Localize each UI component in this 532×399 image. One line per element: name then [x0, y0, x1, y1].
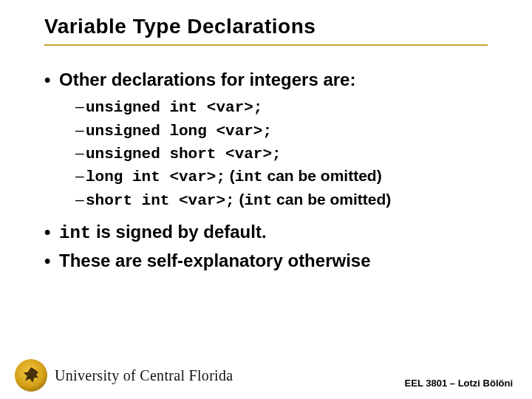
- pegasus-icon: [15, 359, 47, 392]
- note-prefix: (: [235, 191, 245, 208]
- title-underline: [44, 44, 488, 46]
- code-text: unsigned short <var>;: [86, 146, 282, 163]
- bullet-text: These are self-explanatory otherwise: [59, 250, 371, 270]
- code-int: int: [59, 223, 91, 243]
- slide-title: Variable Type Declarations: [44, 15, 502, 38]
- code-text: unsigned long <var>;: [86, 123, 272, 140]
- code-text: long int <var>;: [86, 168, 225, 185]
- sub-item: short int <var>; (int can be omitted): [75, 188, 502, 211]
- note-code: int: [244, 192, 272, 209]
- bullet-int-signed: int is signed by default.: [44, 220, 502, 245]
- note-prefix: (: [225, 167, 235, 184]
- bullet-text: Other declarations for integers are:: [59, 69, 355, 89]
- note-text: (int can be omitted): [225, 167, 382, 184]
- code-text: short int <var>;: [86, 192, 235, 209]
- university-name: University of Central Florida: [55, 367, 233, 384]
- note-suffix: can be omitted): [263, 167, 382, 184]
- bullet-other-declarations: Other declarations for integers are: uns…: [44, 68, 502, 211]
- sub-item: unsigned long <var>;: [75, 119, 502, 142]
- note-code: int: [235, 168, 263, 185]
- code-text: unsigned int <var>;: [86, 99, 262, 116]
- sub-item: unsigned short <var>;: [75, 142, 502, 165]
- note-suffix: can be omitted): [272, 191, 391, 208]
- sub-item: long int <var>; (int can be omitted): [75, 165, 502, 188]
- footer-text: EEL 3801 – Lotzi Bölöni: [405, 378, 513, 389]
- logo-area: University of Central Florida: [15, 359, 233, 392]
- bullet-self-explanatory: These are self-explanatory otherwise: [44, 249, 502, 272]
- note-text: (int can be omitted): [235, 191, 392, 208]
- bullet-text: is signed by default.: [96, 222, 267, 242]
- sub-item: unsigned int <var>;: [75, 95, 502, 118]
